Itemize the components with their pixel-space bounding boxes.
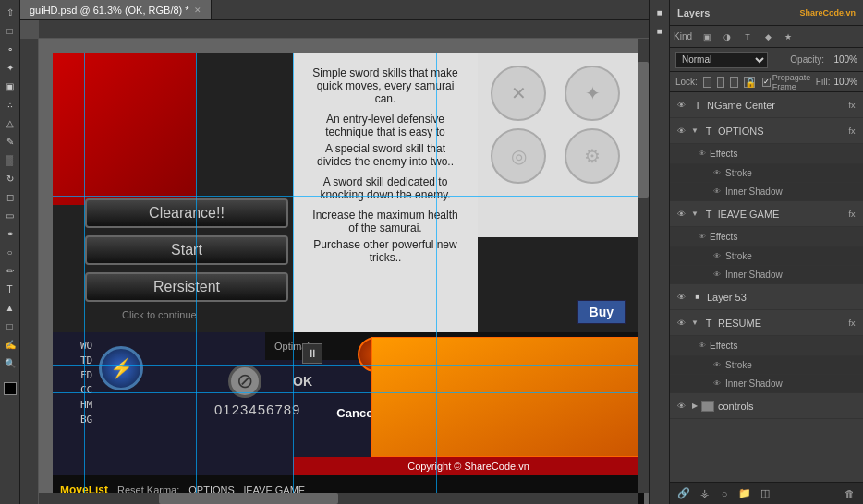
tool-erase[interactable]: ◻ [2,188,18,205]
foreground-color[interactable] [4,382,17,395]
propagate-checkbox[interactable] [762,78,771,87]
cancel-button[interactable]: Cancel [336,406,376,420]
new-group-icon[interactable]: 📁 [736,486,753,502]
h-scroll-thumb[interactable] [159,493,338,504]
layer-item-leavegame[interactable]: 👁 ▼ T lEAVE GAME fx [670,201,863,227]
filter-smart-icon[interactable]: ★ [779,29,797,45]
tool-heal[interactable]: △ [2,114,18,131]
effects-eye-leavegame[interactable]: 👁 [698,233,707,242]
rersistent-button[interactable]: Rersistent [85,272,288,302]
layer-item-resume[interactable]: 👁 ▼ T RESUME fx [670,310,863,336]
canvas-inner[interactable]: ✕ ✦ ◎ ⚙ Simple sword skills that make qu… [39,39,649,504]
layers-list[interactable]: 👁 T NGame Center fx 👁 ▼ T OPTIONS fx 👁 E… [670,92,863,482]
start-button[interactable]: Start [85,235,288,265]
filter-pixel-icon[interactable]: ▣ [698,29,716,45]
layer-eye-controls[interactable]: 👁 [674,399,688,414]
tool-stamp[interactable]: ▒ [2,151,18,168]
layer-fx-ngame[interactable]: fx [845,101,859,110]
layer-item-options[interactable]: 👁 ▼ T OPTIONS fx [670,118,863,144]
tool-zoom[interactable]: 🔍 [2,354,18,371]
add-mask-icon[interactable]: ○ [716,486,733,502]
tool-3d[interactable]: □ [2,318,18,334]
sub-layer-options-effects[interactable]: 👁 Effects [670,144,863,164]
circle-btn-2[interactable]: ✦ [565,66,620,121]
filter-type-icon[interactable]: T [738,29,757,45]
shield-icon-circle: ⚡ [99,346,143,390]
tool-gradient[interactable]: ▭ [2,207,18,223]
sub-sub-innershadow-leavegame[interactable]: 👁 Inner Shadow [670,266,863,284]
layer-expand-options[interactable]: ▼ [690,126,699,136]
canvas-area[interactable]: ✕ ✦ ◎ ⚙ Simple sword skills that make qu… [20,20,649,504]
tool-lasso[interactable]: ⚬ [2,41,18,57]
delete-layer-icon[interactable]: 🗑 [841,486,857,502]
lock-all-icon[interactable]: 🔒 [744,77,755,88]
circle-btn-1[interactable]: ✕ [491,66,546,121]
tool-history[interactable]: ↻ [2,170,18,186]
sub-layer-resume-effects[interactable]: 👁 Effects [670,336,863,356]
horizontal-scrollbar[interactable] [39,493,638,504]
innershadow-eye-leavegame[interactable]: 👁 [712,270,722,280]
layer-eye-options[interactable]: 👁 [674,124,688,138]
filter-shape-icon[interactable]: ◆ [759,29,777,45]
layer-eye-ngame[interactable]: 👁 [674,98,688,113]
filter-adjust-icon[interactable]: ◑ [718,29,736,45]
tool-eyedrop[interactable]: ⛬ [2,96,18,113]
tool-select[interactable]: □ [2,22,18,39]
clearance-button[interactable]: Clearance!! [85,198,288,228]
pause-icon[interactable]: ⏸ [302,343,322,364]
innershadow-eye-options[interactable]: 👁 [712,187,722,197]
innershadow-eye-resume[interactable]: 👁 [712,379,722,389]
link-layers-icon[interactable]: 🔗 [675,486,692,502]
tool-brush[interactable]: ✎ [2,133,18,150]
layer-eye-leavegame[interactable]: 👁 [674,207,688,222]
sub-layer-leavegame-effects[interactable]: 👁 Effects [670,227,863,247]
tool-pen[interactable]: ✏ [2,262,18,279]
tool-dodge[interactable]: ○ [2,244,18,260]
layer-fx-resume[interactable]: fx [845,318,859,328]
tool-blur[interactable]: ⚭ [2,225,18,242]
layer-eye-layer53[interactable]: 👁 [674,290,688,305]
tool-move[interactable]: ⇧ [2,4,18,20]
sub-sub-innershadow-options[interactable]: 👁 Inner Shadow [670,183,863,201]
sub-sub-stroke-leavegame[interactable]: 👁 Stroke [670,247,863,266]
tool-shape[interactable]: ▲ [2,299,18,316]
tool-hand[interactable]: ✍ [2,336,18,353]
sub-sub-innershadow-resume[interactable]: 👁 Inner Shadow [670,375,863,393]
buy-button[interactable]: Buy [577,300,626,324]
lock-position-icon[interactable] [730,77,738,88]
panel-toggle-1[interactable]: ■ [651,4,668,20]
new-layer-icon[interactable]: ◫ [757,486,773,502]
tab-close-icon[interactable]: ✕ [194,6,201,15]
stroke-eye-resume[interactable]: 👁 [712,361,722,370]
effects-eye-options[interactable]: 👁 [698,150,707,159]
layer-expand-resume[interactable]: ▼ [690,318,699,328]
sub-sub-stroke-resume[interactable]: 👁 Stroke [670,356,863,375]
stroke-eye-options[interactable]: 👁 [712,169,722,178]
layer-item-ngame-center[interactable]: 👁 T NGame Center fx [670,92,863,118]
circle-btn-4[interactable]: ⚙ [565,128,620,184]
layer-item-controls[interactable]: 👁 ▶ controls [670,393,863,419]
tool-crop[interactable]: ▣ [2,78,18,94]
layer-eye-resume[interactable]: 👁 [674,316,688,330]
stroke-eye-leavegame[interactable]: 👁 [712,252,722,261]
layer-fx-leavegame[interactable]: fx [845,210,859,219]
layer-expand-leavegame[interactable]: ▼ [690,210,699,219]
layer-expand-controls[interactable]: ▶ [690,402,699,411]
effects-eye-resume[interactable]: 👁 [698,342,707,351]
ok-label[interactable]: OK [293,374,312,389]
tab-guidhd[interactable]: guiHD.psd @ 61.3% (OK, RGB/8) * ✕ [20,0,212,19]
layer-fx-options[interactable]: fx [845,126,859,136]
layer-item-layer53[interactable]: 👁 ■ Layer 53 [670,284,863,310]
sub-sub-stroke-options[interactable]: 👁 Stroke [670,164,863,183]
tool-text[interactable]: T [2,281,18,297]
add-style-icon[interactable]: ⚶ [696,486,712,502]
v-scroll-thumb[interactable] [638,62,649,198]
blend-mode-select[interactable]: Normal Multiply Screen [675,52,768,68]
vertical-scrollbar[interactable] [638,39,649,493]
tool-magic-wand[interactable]: ✦ [2,59,18,76]
circle-btn-3[interactable]: ◎ [491,128,546,184]
fill-label: Fill: [816,77,831,87]
lock-transparent-icon[interactable] [703,77,711,88]
lock-image-icon[interactable] [717,77,725,88]
panel-toggle-2[interactable]: ■ [651,22,668,39]
